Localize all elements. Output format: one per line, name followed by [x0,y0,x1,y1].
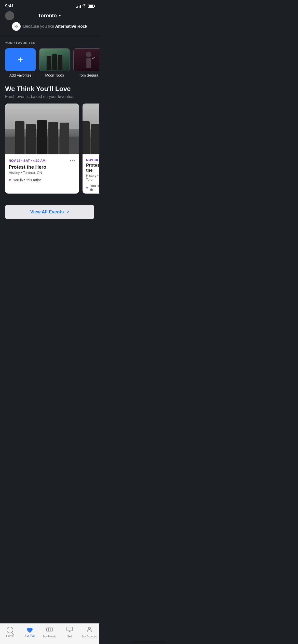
event-name-1: Protest the Hero [9,164,75,170]
header: Toronto ▼ [0,11,99,20]
event-image-2 [83,104,99,154]
filter-icon [12,22,21,31]
heart-filled-icon: ♥ [9,178,11,182]
love-section: We Think You'll Love Fresh events, based… [0,85,99,199]
heart-filled-icon-2: ♥ [86,186,88,190]
moon-tooth-card [39,48,70,71]
event-venue-1: History • Toronto, ON [9,171,75,175]
plus-icon: + [18,54,23,65]
status-bar: 9:41 [0,0,99,11]
event-venue-2: History • Toro [86,174,99,181]
add-favorites-item[interactable]: + Add Favorites [5,48,36,77]
event-image-1 [5,104,79,154]
tom-segura-label: Tom Segura [73,73,99,77]
location-selector[interactable]: Toronto ▼ [38,13,61,19]
event-tag-2: ♥ You like th [86,184,99,192]
because-text: Because you like Alternative Rock [23,24,87,29]
event-info-1: NOV 18 • SAT • 4:30 AM ••• Protest the H… [5,154,79,184]
chevron-down-icon: ▼ [58,14,61,18]
svg-point-0 [16,26,17,27]
battery-icon [88,5,94,8]
view-all-events-button[interactable]: View All Events > [5,205,94,219]
event-card-1[interactable]: NOV 18 • SAT • 4:30 AM ••• Protest the H… [5,104,79,194]
event-card-2-partial[interactable]: NOV 18 • S Protest the History • Toro ♥ … [83,104,99,194]
event-date-2: NOV 18 • S [86,158,99,162]
event-date-1: NOV 18 • SAT • 4:30 AM ••• [9,158,75,163]
add-favorites-card[interactable]: + [5,48,36,71]
love-title: We Think You'll Love [5,85,94,93]
status-icons [76,4,94,8]
tom-segura-card [73,48,99,71]
wifi-icon [82,4,86,8]
location-name: Toronto [38,13,57,19]
avatar[interactable] [5,11,14,20]
status-time: 9:41 [5,4,14,9]
more-options-button[interactable]: ••• [70,158,75,163]
moon-tooth-label: Moon Tooth [39,73,70,77]
love-subtitle: Fresh events, based on your favorites. [5,94,94,99]
event-info-2: NOV 18 • S Protest the History • Toro ♥ … [83,154,99,194]
event-name-2: Protest the [86,163,99,173]
view-all-label: View All Events [30,209,64,214]
moon-tooth-item[interactable]: Moon Tooth [39,48,70,77]
favorites-section-label: YOUR FAVORITES [0,41,99,48]
chevron-right-icon: > [66,209,69,214]
because-row[interactable]: Because you like Alternative Rock [0,20,99,36]
add-favorites-label: Add Favorites [5,73,36,77]
signal-icon [76,4,81,8]
event-tag-1: ♥ You like this artist [9,178,75,182]
tom-segura-item[interactable]: Tom Segura [73,48,99,77]
divider [0,36,99,36]
events-scroll: NOV 18 • SAT • 4:30 AM ••• Protest the H… [0,104,99,194]
favorites-scroll: + Add Favorites Moon Tooth [0,48,99,85]
